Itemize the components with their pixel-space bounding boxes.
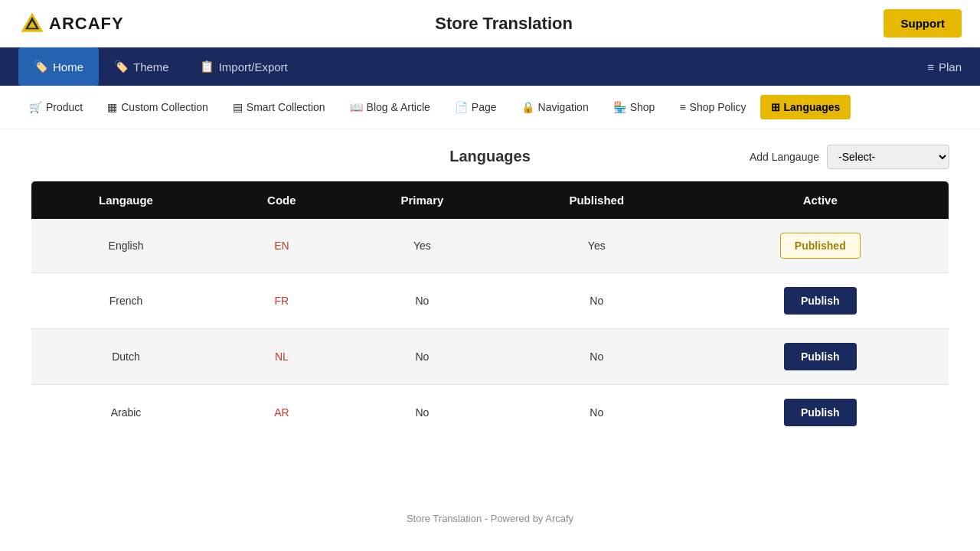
nav-home-label: Home <box>53 60 83 73</box>
cell-active: Publish <box>692 273 949 329</box>
subnav-blog-article[interactable]: 📖 Blog & Article <box>339 95 441 119</box>
cell-published: No <box>501 329 691 385</box>
languages-title: Languages <box>449 148 531 165</box>
home-icon: 🏷️ <box>34 60 48 73</box>
publish-button[interactable]: Publish <box>784 343 857 370</box>
logo: ARCAFY <box>18 10 124 37</box>
logo-icon <box>18 10 46 37</box>
blog-article-icon: 📖 <box>350 101 363 113</box>
subnav-product-label: Product <box>46 101 83 113</box>
cell-language: Arabic <box>31 385 221 441</box>
add-language-area: Add Langauge -Select- Spanish German Ita… <box>750 145 949 169</box>
languages-header: Languages Add Langauge -Select- Spanish … <box>31 148 949 165</box>
table-row: FrenchFRNoNoPublish <box>31 273 949 329</box>
nav-plan[interactable]: ≡ Plan <box>927 60 962 73</box>
import-export-icon: 📋 <box>200 60 214 73</box>
cell-primary: No <box>343 273 501 329</box>
cell-active: Published <box>692 219 949 273</box>
subnav-product[interactable]: 🛒 Product <box>18 95 93 119</box>
publish-button[interactable]: Publish <box>784 399 857 426</box>
add-language-label: Add Langauge <box>750 151 819 163</box>
col-code: Code <box>220 181 343 220</box>
table-row: DutchNLNoNoPublish <box>31 329 949 385</box>
cell-language: English <box>31 219 221 273</box>
subnav-navigation[interactable]: 🔒 Navigation <box>511 95 599 119</box>
subnav: 🛒 Product ▦ Custom Collection ▤ Smart Co… <box>0 86 980 129</box>
shop-icon: 🏪 <box>613 101 626 113</box>
cell-primary: No <box>343 385 501 441</box>
table-row: ArabicARNoNoPublish <box>31 385 949 441</box>
cell-code: FR <box>220 273 343 329</box>
col-primary: Primary <box>343 181 501 220</box>
cell-language: Dutch <box>31 329 221 385</box>
page-title: Store Translation <box>435 14 573 34</box>
col-active: Active <box>692 181 949 220</box>
subnav-shop-policy[interactable]: ≡ Shop Policy <box>668 95 756 119</box>
footer-text: Store Translation - Powered by Arcafy <box>407 513 573 524</box>
publish-button[interactable]: Publish <box>784 287 857 315</box>
shop-policy-icon: ≡ <box>679 101 685 113</box>
cell-code: AR <box>220 385 343 441</box>
cell-primary: Yes <box>343 219 501 273</box>
subnav-navigation-label: Navigation <box>538 101 589 113</box>
plan-icon: ≡ <box>927 60 934 73</box>
col-published: Published <box>501 181 691 220</box>
plan-label: Plan <box>939 60 962 73</box>
subnav-custom-collection[interactable]: ▦ Custom Collection <box>96 95 219 119</box>
subnav-smart-collection-label: Smart Collection <box>247 101 325 113</box>
cell-published: Yes <box>501 219 691 273</box>
subnav-smart-collection[interactable]: ▤ Smart Collection <box>222 95 336 119</box>
subnav-page-label: Page <box>472 101 497 113</box>
table-header-row: Langauge Code Primary Published Active <box>31 181 949 220</box>
table-row: EnglishENYesYesPublished <box>31 219 949 273</box>
subnav-languages-label: Languages <box>784 101 841 113</box>
cell-active: Publish <box>692 329 949 385</box>
subnav-page[interactable]: 📄 Page <box>444 95 508 119</box>
header: ARCAFY Store Translation Support <box>0 0 980 47</box>
product-icon: 🛒 <box>29 101 42 113</box>
navigation-icon: 🔒 <box>521 101 534 113</box>
logo-text: ARCAFY <box>49 14 124 34</box>
add-language-select[interactable]: -Select- Spanish German Italian Portugue… <box>827 145 949 169</box>
subnav-shop-policy-label: Shop Policy <box>690 101 746 113</box>
theme-icon: 🏷️ <box>114 60 129 73</box>
nav-item-import-export[interactable]: 📋 Import/Export <box>185 47 303 86</box>
smart-collection-icon: ▤ <box>233 101 243 113</box>
cell-code: EN <box>220 219 343 273</box>
subnav-shop-label: Shop <box>630 101 655 113</box>
col-language: Langauge <box>31 181 221 220</box>
navbar: 🏷️ Home 🏷️ Theme 📋 Import/Export ≡ Plan <box>0 47 980 86</box>
cell-active: Publish <box>692 385 949 441</box>
languages-table: Langauge Code Primary Published Active E… <box>31 181 949 441</box>
nav-item-theme[interactable]: 🏷️ Theme <box>99 47 185 86</box>
cell-primary: No <box>343 329 501 385</box>
subnav-languages[interactable]: ⊞ Languages <box>760 95 851 119</box>
cell-code: NL <box>220 329 343 385</box>
subnav-blog-article-label: Blog & Article <box>367 101 430 113</box>
cell-language: French <box>31 273 221 329</box>
nav-theme-label: Theme <box>133 60 169 73</box>
languages-icon: ⊞ <box>771 101 780 113</box>
published-button[interactable]: Published <box>780 233 861 259</box>
subnav-shop[interactable]: 🏪 Shop <box>603 95 666 119</box>
nav-left: 🏷️ Home 🏷️ Theme 📋 Import/Export <box>18 47 303 86</box>
footer: Store Translation - Powered by Arcafy <box>0 490 980 547</box>
main-content: Languages Add Langauge -Select- Spanish … <box>0 129 980 459</box>
subnav-custom-collection-label: Custom Collection <box>121 101 208 113</box>
cell-published: No <box>501 273 691 329</box>
custom-collection-icon: ▦ <box>107 101 117 113</box>
page-icon: 📄 <box>455 101 468 113</box>
nav-item-home[interactable]: 🏷️ Home <box>18 47 99 86</box>
support-button[interactable]: Support <box>884 9 962 37</box>
cell-published: No <box>501 385 691 441</box>
nav-import-export-label: Import/Export <box>219 60 288 73</box>
